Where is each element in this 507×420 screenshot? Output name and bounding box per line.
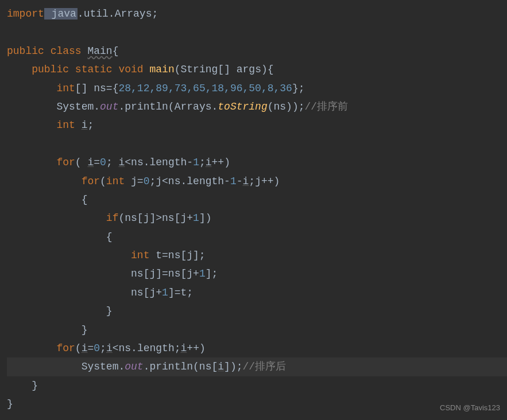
brace: { bbox=[82, 194, 88, 205]
code-line: } bbox=[7, 302, 507, 320]
brace: } bbox=[106, 305, 113, 317]
tostring-method: toString bbox=[218, 101, 267, 112]
variable-i: i bbox=[82, 119, 88, 131]
variable-i: i bbox=[118, 157, 125, 168]
keyword-void: void bbox=[118, 64, 143, 75]
variable-i: i bbox=[181, 343, 187, 354]
brace: { bbox=[113, 45, 119, 57]
keyword-public: public bbox=[7, 45, 44, 57]
code-line: import java.util.Arrays; bbox=[7, 5, 507, 23]
keyword-for: for bbox=[56, 343, 75, 354]
keyword-class: class bbox=[51, 45, 82, 57]
variable-i: i bbox=[87, 157, 94, 168]
keyword-for: for bbox=[56, 157, 75, 168]
method-name: main bbox=[150, 64, 175, 75]
brace: { bbox=[106, 231, 113, 243]
code-line: for(int j=0;j<ns.length-1-i;j++) bbox=[7, 172, 507, 190]
variable: ns bbox=[94, 83, 106, 94]
code-line: int[] ns={28,12,89,73,65,18,96,50,8,36}; bbox=[7, 79, 507, 98]
comment: //排序后 bbox=[243, 361, 287, 372]
code-line: public static void main(String[] args){ bbox=[7, 60, 507, 79]
code-line: int t=ns[j]; bbox=[7, 246, 507, 265]
code-line: } bbox=[7, 395, 507, 413]
variable-i: i bbox=[206, 157, 212, 168]
type-int: int bbox=[131, 250, 149, 261]
code-line: if(ns[j]>ns[j+1]) bbox=[7, 209, 507, 227]
code-line: public class Main{ bbox=[7, 42, 507, 60]
code-line-highlighted: System.out.println(ns[i]);//排序后 bbox=[7, 357, 507, 376]
code-line: } bbox=[7, 376, 507, 395]
type-int: int bbox=[106, 176, 125, 187]
variable-i: i bbox=[243, 176, 249, 187]
type-int: int bbox=[56, 83, 75, 94]
out-field: out bbox=[125, 361, 143, 372]
system-class: System. bbox=[82, 361, 125, 372]
selection-highlight: java bbox=[44, 8, 78, 20]
comment: //排序前 bbox=[305, 101, 349, 112]
number-literals: 28,12,89,73,65,18,96,50,8,36 bbox=[118, 83, 292, 94]
code-line: for( i=0; i<ns.length-1;i++) bbox=[7, 153, 507, 172]
code-line: } bbox=[7, 321, 507, 339]
code-line: int i; bbox=[7, 116, 507, 134]
code-line-empty bbox=[7, 23, 507, 41]
code-line: { bbox=[7, 190, 507, 209]
brace: } bbox=[7, 398, 13, 410]
class-name: Main bbox=[87, 45, 112, 57]
keyword-for: for bbox=[82, 176, 100, 187]
system-class: System. bbox=[56, 101, 100, 112]
brace: } bbox=[82, 324, 88, 336]
code-line: ns[j+1]=t; bbox=[7, 283, 507, 302]
keyword-if: if bbox=[106, 212, 119, 224]
code-editor[interactable]: import java.util.Arrays; public class Ma… bbox=[7, 5, 507, 414]
type-int: int bbox=[56, 119, 75, 131]
variable-i: i bbox=[106, 343, 113, 354]
brace: } bbox=[32, 380, 38, 391]
keyword-static: static bbox=[75, 64, 113, 75]
watermark: CSDN @Tavis123 bbox=[440, 401, 500, 414]
code-line: ns[j]=ns[j+1]; bbox=[7, 265, 507, 283]
code-line: for(i=0;i<ns.length;i++) bbox=[7, 339, 507, 357]
keyword-import: import bbox=[7, 8, 44, 20]
variable-i: i bbox=[218, 361, 224, 372]
params: (String[] args){ bbox=[175, 64, 274, 75]
code-line: System.out.println(Arrays.toString(ns));… bbox=[7, 98, 507, 116]
code-line: { bbox=[7, 228, 507, 246]
code-text: .util.Arrays; bbox=[78, 8, 158, 20]
keyword-public: public bbox=[32, 64, 69, 75]
code-line-empty bbox=[7, 135, 507, 153]
out-field: out bbox=[100, 101, 118, 112]
variable-i: i bbox=[82, 343, 88, 354]
